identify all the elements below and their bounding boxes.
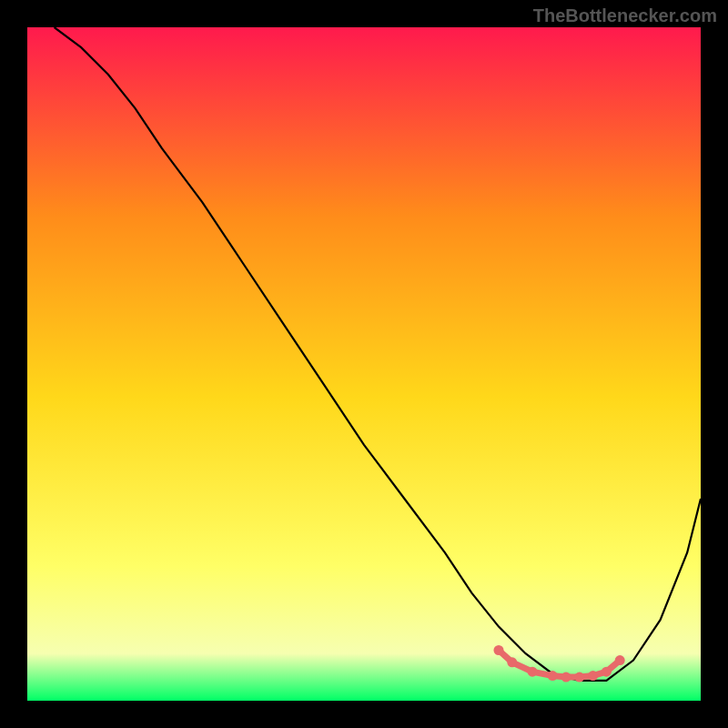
optimal-range-point [507,657,517,667]
optimal-range-point [561,672,571,682]
optimal-range-point [528,667,538,677]
optimal-range-point [574,672,584,682]
chart-container: TheBottlenecker.com [0,0,728,728]
plot-area [27,27,701,701]
optimal-range-point [494,645,504,655]
optimal-range-point [602,667,612,677]
optimal-range-point [548,671,558,681]
chart-svg [27,27,701,701]
gradient-background [27,27,701,701]
optimal-range-point [588,671,598,681]
watermark-text: TheBottlenecker.com [533,5,717,26]
optimal-range-point [615,655,625,665]
